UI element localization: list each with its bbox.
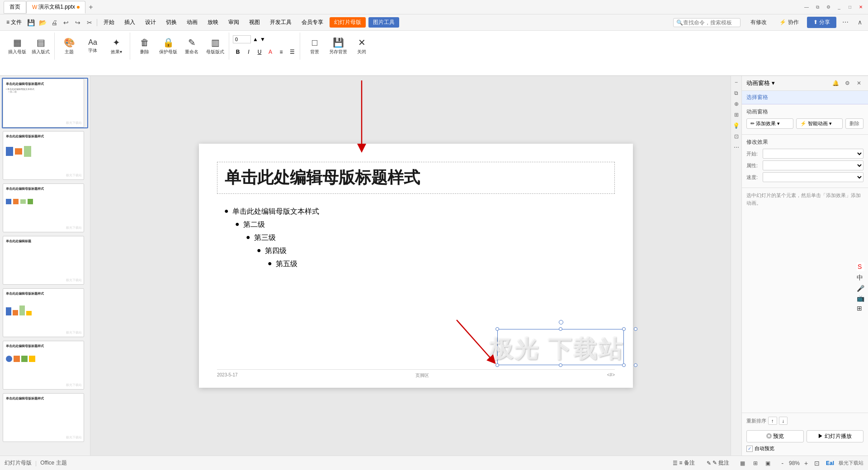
slide-title-box[interactable]: 单击此处编辑母版标题样式 — [217, 162, 615, 194]
menu-dev[interactable]: 开发工具 — [265, 17, 296, 28]
start-select[interactable] — [763, 149, 863, 159]
italic-button[interactable]: I — [244, 47, 254, 57]
changes-button[interactable]: 有修改 — [746, 17, 771, 28]
font-size-down[interactable]: ▼ — [260, 36, 265, 42]
menu-transition[interactable]: 切换 — [161, 17, 181, 28]
annotation-button[interactable]: ✎ ✎ 批注 — [703, 458, 733, 468]
view-reader-button[interactable]: ▣ — [763, 458, 774, 469]
prop-select[interactable] — [763, 160, 863, 170]
wps-s-icon[interactable]: S — [857, 262, 864, 271]
slideshow-button[interactable]: ▶ 幻灯片播放 — [807, 430, 864, 442]
delete-button[interactable]: 🗑 删除 — [134, 34, 156, 58]
font-color-button[interactable]: A — [265, 47, 275, 57]
tab-slide-master[interactable]: 幻灯片母版 — [330, 17, 366, 28]
anim-close-icon[interactable]: ✕ — [854, 79, 863, 88]
minus-side-btn[interactable]: − — [732, 78, 741, 87]
auto-preview-checkbox[interactable] — [746, 446, 753, 452]
list1-button[interactable]: ≡ — [276, 47, 286, 57]
minimize-button2[interactable]: _ — [835, 4, 843, 11]
rotate-handle[interactable] — [559, 320, 563, 324]
file-menu[interactable]: ≡ 文件 — [3, 17, 25, 28]
theme-button[interactable]: 🎨 主题 — [58, 34, 80, 58]
collab-button[interactable]: ⚡ 协作 — [775, 17, 803, 28]
menu-design[interactable]: 设计 — [141, 17, 160, 28]
add-tab-button[interactable]: + — [85, 2, 96, 13]
menu-vip[interactable]: 会员专享 — [297, 17, 328, 28]
rename-button[interactable]: ✎ 重命名 — [181, 34, 203, 58]
slide-thumb-3[interactable]: 3 单击此处编辑母版标题样式 极光下载站 — [2, 183, 88, 233]
slide-thumb-2[interactable]: 2 单击此处编辑母版标题样式 极光下载站 — [2, 130, 88, 181]
close-button[interactable]: ✕ — [857, 4, 864, 11]
handle-tr[interactable] — [622, 327, 626, 331]
grid-btn[interactable]: ⊡ — [732, 132, 741, 141]
smart-anim-button[interactable]: ⚡ 智能动画 ▾ — [796, 118, 843, 129]
layers-btn[interactable]: ⧉ — [732, 89, 741, 98]
insert-master-button[interactable]: ▦ 插入母版 — [6, 34, 28, 58]
handle-br[interactable] — [622, 363, 626, 367]
delete-anim-button[interactable]: 删除 — [845, 118, 863, 129]
insert-layout-button[interactable]: ▤ 插入版式 — [30, 34, 52, 58]
anim-bell-icon[interactable]: 🔔 — [831, 79, 840, 88]
save-icon[interactable]: 💾 — [25, 17, 36, 28]
handle-bc[interactable] — [559, 363, 562, 367]
font-size-up[interactable]: ▲ — [253, 36, 258, 42]
reorder-up-button[interactable]: ↑ — [768, 417, 777, 425]
handle-right-b[interactable] — [634, 363, 637, 367]
comment-button[interactable]: ☰ ≡ 备注 — [669, 458, 698, 468]
menu-animation[interactable]: 动画 — [182, 17, 202, 28]
redo-icon[interactable]: ↪ — [72, 17, 83, 28]
menu-insert[interactable]: 插入 — [120, 17, 140, 28]
font-button[interactable]: Aa 字体 — [82, 34, 104, 58]
more-icon[interactable]: ⋯ — [840, 17, 851, 28]
collapse-icon[interactable]: ∧ — [854, 17, 865, 28]
slide-thumb-7[interactable]: 7 单击此处编辑母版标题样式 极光下载站 — [2, 392, 88, 443]
speed-select[interactable] — [763, 172, 863, 182]
handle-right-t[interactable] — [634, 327, 637, 331]
crop-btn[interactable]: ⊞ — [732, 110, 741, 119]
slide-thumb-4[interactable]: 4 单击此处编辑标题 极光下载站 — [2, 235, 88, 286]
slide-thumb-6[interactable]: 6 单击此处编辑母版标题样式 极光下载站 — [2, 340, 88, 390]
view-normal-button[interactable]: ▦ — [737, 458, 748, 469]
tab-img-tool[interactable]: 图片工具 — [368, 17, 399, 28]
open-icon[interactable]: 📂 — [37, 17, 48, 28]
menu-start[interactable]: 开始 — [99, 17, 119, 28]
protect-master-button[interactable]: 🔒 保护母版 — [157, 34, 179, 58]
tab-document[interactable]: W 演示文稿1.pptx — [26, 1, 85, 14]
restore-button[interactable]: ⧉ — [814, 4, 821, 11]
handle-bl[interactable] — [495, 363, 499, 367]
reorder-down-button[interactable]: ↓ — [779, 417, 788, 425]
undo-icon[interactable]: ↩ — [61, 17, 71, 28]
light-btn[interactable]: 💡 — [732, 121, 741, 130]
close-master-button[interactable]: ✕ 关闭 — [351, 34, 373, 58]
slide-thumb-5[interactable]: 5 单击此处编辑母版标题样式 极光下载站 — [2, 287, 88, 338]
tv-icon[interactable]: 📺 — [857, 295, 864, 302]
save-background-button[interactable]: 💾 另存背景 — [327, 34, 349, 58]
zoom-btn[interactable]: ⊕ — [732, 99, 741, 108]
add-effect-button[interactable]: ✏ 添加效果 ▾ — [746, 118, 793, 129]
search-box[interactable]: 🔍 — [673, 18, 741, 27]
menu-review[interactable]: 审阅 — [224, 17, 244, 28]
menu-view[interactable]: 视图 — [245, 17, 264, 28]
search-input[interactable] — [683, 19, 737, 26]
menu-slideshow[interactable]: 放映 — [203, 17, 223, 28]
underline-button[interactable]: U — [255, 47, 264, 57]
more-side-btn[interactable]: ⋯ — [732, 143, 741, 152]
share-button[interactable]: ⬆ 分享 — [807, 17, 836, 28]
zoom-in-button[interactable]: + — [802, 459, 811, 468]
fit-button[interactable]: ⊡ — [812, 459, 821, 468]
preview-button[interactable]: ◎ 预览 — [746, 430, 804, 442]
grid-icon2[interactable]: ⊞ — [857, 305, 864, 312]
zoom-out-button[interactable]: - — [778, 459, 787, 468]
anim-settings-icon[interactable]: ⚙ — [843, 79, 852, 88]
slide-body-box[interactable]: ● 单击此处编辑母版文本样式 ● 第二级 ● 第三级 ● 第四级 ● 第五级 — [217, 202, 615, 277]
bold-button[interactable]: B — [233, 47, 243, 57]
list2-button[interactable]: ☰ — [287, 47, 297, 57]
handle-tl[interactable] — [495, 327, 499, 331]
lang-icon[interactable]: 中 — [857, 274, 864, 282]
master-layout-button[interactable]: ▥ 母版版式 — [204, 34, 226, 58]
slide-thumb-1[interactable]: 1 单击此处编辑母版标题样式 • 单击此处编辑母版文本样式 • 第二级 极光下载… — [2, 78, 88, 128]
handle-tc[interactable] — [559, 327, 562, 331]
font-size-input[interactable] — [233, 35, 251, 43]
view-grid-button[interactable]: ⊞ — [750, 458, 761, 469]
mic-icon[interactable]: 🎤 — [857, 285, 864, 292]
